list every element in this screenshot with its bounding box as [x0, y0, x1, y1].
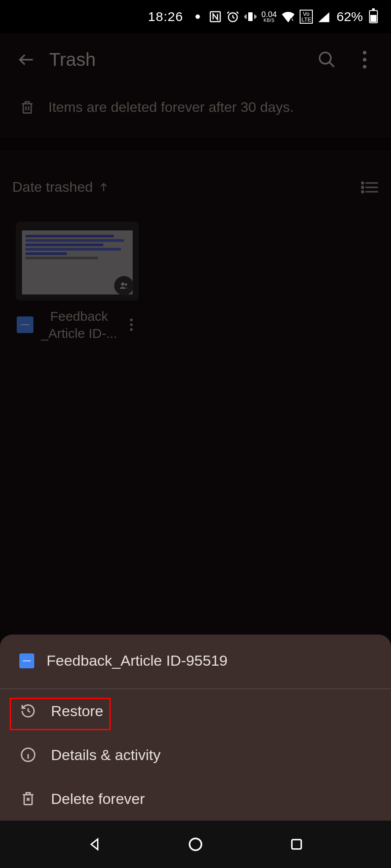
search-button[interactable]: [314, 47, 340, 73]
list-view-icon: [361, 181, 379, 194]
file-name: Feedback_Article ID-...: [38, 308, 120, 342]
app-bar: Trash: [0, 33, 391, 86]
volte-icon: Vo LTE: [300, 10, 313, 24]
data-speed-icon: 0.04 KB/S: [261, 11, 277, 22]
svg-rect-2: [248, 12, 253, 21]
delete-forever-label: Delete forever: [51, 790, 145, 807]
people-icon: [119, 281, 129, 291]
trash-notice: Items are deleted forever after 30 days.: [0, 86, 391, 137]
status-icons: 0.04 KB/S Vo LTE: [209, 10, 330, 24]
svg-point-9: [362, 186, 363, 188]
screen-content: Trash Items are deleted forever after 30…: [0, 33, 391, 645]
details-label: Details & activity: [51, 746, 160, 764]
svg-point-7: [363, 65, 366, 68]
signal-icon: [317, 11, 330, 22]
svg-point-5: [363, 51, 366, 54]
wifi-icon: [281, 11, 295, 22]
bottom-sheet: Feedback_Article ID-95519 Restore Detail…: [0, 635, 391, 821]
shared-badge: [114, 276, 134, 295]
more-options-button[interactable]: [351, 47, 378, 73]
svg-rect-15: [292, 839, 301, 849]
delete-forever-menu-item[interactable]: Delete forever: [0, 777, 391, 821]
list-controls: Date trashed: [0, 151, 391, 209]
nav-recent-button[interactable]: [283, 831, 310, 857]
square-recent-icon: [290, 837, 304, 851]
vibrate-icon: [244, 10, 257, 23]
back-button[interactable]: [13, 47, 40, 73]
page-title: Trash: [49, 49, 314, 70]
battery-icon: [369, 10, 378, 23]
delete-forever-icon: [20, 791, 36, 807]
svg-point-8: [362, 182, 363, 183]
file-more-button[interactable]: [125, 319, 138, 331]
sort-button[interactable]: Date trashed: [12, 179, 109, 195]
status-separator-dot: [196, 14, 200, 19]
more-vert-icon: [362, 51, 367, 68]
file-tile[interactable]: Feedback_Article ID-...: [16, 222, 139, 342]
status-time: 18:26: [148, 9, 183, 24]
restore-menu-item[interactable]: Restore: [0, 689, 391, 733]
arrow-up-icon: [98, 182, 109, 193]
nav-back-button[interactable]: [81, 831, 108, 857]
status-bar: 18:26 0.04 KB/S Vo LTE 62%: [0, 0, 391, 33]
restore-icon: [20, 703, 36, 719]
svg-point-6: [363, 58, 366, 61]
sort-label: Date trashed: [12, 179, 93, 195]
system-nav-bar: [0, 821, 391, 868]
nfc-icon: [209, 10, 222, 23]
svg-point-14: [190, 839, 202, 850]
svg-point-12: [125, 283, 127, 286]
alarm-icon: [226, 10, 239, 23]
docs-icon: [19, 653, 34, 668]
docs-icon: [17, 316, 33, 333]
sheet-header: Feedback_Article ID-95519: [0, 635, 391, 689]
search-icon: [317, 50, 337, 69]
svg-point-11: [121, 283, 124, 286]
file-thumbnail: [16, 222, 139, 301]
triangle-back-icon: [87, 836, 102, 852]
svg-point-10: [362, 190, 363, 192]
info-icon: [20, 747, 36, 763]
view-toggle-button[interactable]: [361, 181, 379, 194]
sheet-file-title: Feedback_Article ID-95519: [47, 652, 228, 669]
details-menu-item[interactable]: Details & activity: [0, 733, 391, 777]
nav-home-button[interactable]: [182, 831, 209, 857]
restore-label: Restore: [51, 703, 103, 720]
svg-point-4: [320, 53, 331, 64]
circle-home-icon: [188, 836, 203, 852]
arrow-left-icon: [17, 50, 36, 69]
trash-icon: [19, 98, 35, 116]
trash-notice-text: Items are deleted forever after 30 days.: [48, 99, 294, 115]
battery-percent: 62%: [337, 9, 363, 24]
